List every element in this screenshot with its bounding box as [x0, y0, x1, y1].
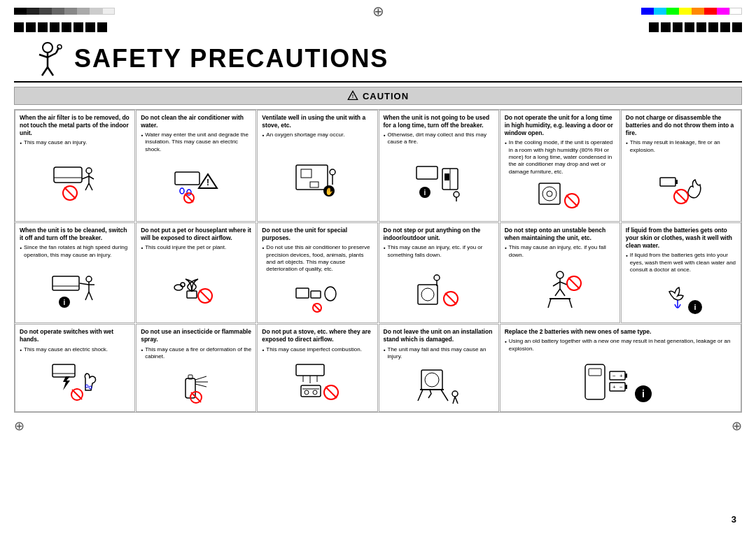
cell-battery-fire: Do not charge or disassemble the batteri…: [621, 110, 741, 222]
cell-9-image: [262, 278, 372, 317]
svg-text:i: i: [642, 388, 645, 399]
cell-13-title: Do not operate switches with wet hands.: [20, 328, 130, 343]
svg-point-12: [86, 168, 92, 173]
cell-breaker: When the unit is not going to be used fo…: [379, 110, 499, 222]
svg-point-30: [330, 169, 335, 175]
svg-rect-51: [52, 276, 79, 290]
cell-air-filter: When the air filter is to be removed, do…: [15, 110, 135, 222]
svg-rect-66: [296, 288, 309, 298]
svg-text:✋: ✋: [325, 187, 334, 196]
crosshair-bottom-left: ⊕: [14, 418, 24, 434]
svg-point-113: [425, 373, 439, 387]
svg-rect-123: [625, 374, 627, 378]
bottom-bar: ⊕ 3 ⊕: [0, 415, 756, 436]
svg-text:−: −: [620, 384, 623, 390]
cell-13-image: [20, 357, 130, 405]
svg-text:!: !: [352, 93, 354, 99]
caution-label: CAUTION: [363, 91, 409, 101]
cell-2-title: Do not clean the air conditioner with wa…: [141, 114, 251, 129]
cell-5-title: Do not operate the unit for a long time …: [505, 114, 615, 137]
cell-7-image: i: [20, 263, 130, 316]
svg-rect-47: [660, 178, 676, 186]
svg-marker-93: [63, 376, 70, 390]
svg-point-73: [434, 275, 440, 280]
svg-rect-106: [301, 385, 321, 397]
cell-17-bullet: Using an old battery together with a new…: [505, 338, 736, 353]
page-number: 3: [732, 514, 736, 525]
svg-line-16: [85, 183, 89, 190]
cell-ventilate: Ventilate well in using the unit with a …: [257, 110, 377, 222]
svg-line-46: [566, 195, 578, 206]
page-title: SAFETY PRECAUTIONS: [74, 44, 388, 73]
svg-text:i: i: [64, 299, 66, 306]
svg-point-72: [421, 288, 434, 301]
svg-line-87: [568, 278, 580, 289]
cell-6-bullet: This may result in leakage, fire or an e…: [626, 139, 736, 154]
svg-line-2: [39, 55, 48, 57]
cell-5-image: [505, 180, 615, 215]
svg-text:i: i: [424, 189, 426, 197]
cell-4-bullet: Otherwise, dirt may collect and this may…: [384, 132, 494, 146]
cell-12-image: i: [626, 278, 736, 316]
cell-15-image: [262, 357, 372, 405]
cell-battery-liquid: If liquid from the batteries gets onto y…: [621, 222, 741, 323]
cell-6-image: [626, 158, 736, 215]
cell-8-title: Do not put a pet or houseplant where it …: [141, 227, 251, 242]
svg-line-15: [89, 176, 94, 179]
svg-rect-20: [175, 172, 200, 185]
cell-1-bullet: This may cause an injury.: [20, 139, 130, 146]
svg-line-82: [560, 289, 565, 296]
cell-10-title: Do not step or put anything on the indoo…: [384, 227, 494, 242]
cell-3-image: ✋: [262, 143, 372, 215]
svg-line-84: [548, 299, 551, 308]
svg-line-19: [64, 187, 76, 199]
svg-line-81: [555, 289, 560, 296]
svg-text:!: !: [206, 178, 209, 187]
cell-14-image: [141, 364, 251, 405]
cell-2-image: !: [141, 157, 251, 215]
svg-point-21: [180, 188, 184, 194]
cell-3-title: Ventilate well in using the unit with a …: [262, 114, 372, 129]
cell-7-bullet: Since the fan rotates at high speed duri…: [20, 244, 130, 259]
crosshair-top: ⊕: [372, 3, 384, 20]
cell-1-image: [20, 151, 130, 215]
cell-no-spray: Do not use an insecticide or flammable s…: [136, 324, 256, 412]
svg-line-116: [441, 390, 448, 401]
svg-line-97: [72, 390, 82, 399]
svg-text:+: +: [620, 373, 623, 379]
svg-line-79: [553, 282, 560, 286]
svg-line-100: [195, 376, 206, 380]
svg-line-5: [48, 67, 53, 76]
cell-16-image: [384, 364, 494, 405]
svg-rect-28: [301, 169, 312, 178]
cell-no-special: Do not use the unit for special purposes…: [257, 222, 377, 323]
svg-line-17: [89, 183, 92, 190]
svg-rect-34: [416, 166, 438, 179]
cell-17-image: − + + − i: [505, 357, 736, 405]
crosshair-bottom-right: ⊕: [732, 418, 742, 434]
cell-16-title: Do not leave the unit on an installation…: [384, 328, 494, 343]
cell-11-title: Do not step onto an unstable bench when …: [505, 227, 615, 242]
cell-replace-battery: Replace the 2 batteries with new ones of…: [500, 324, 741, 412]
svg-line-70: [314, 304, 321, 311]
svg-line-14: [82, 176, 89, 179]
svg-line-58: [89, 292, 92, 300]
cell-4-image: i: [384, 150, 494, 215]
svg-rect-125: [625, 385, 627, 389]
cell-10-bullet: This may cause an injury, etc. if you or…: [384, 244, 494, 259]
cell-no-water: Do not clean the air conditioner with wa…: [136, 110, 256, 222]
svg-line-76: [445, 293, 456, 304]
cell-16-bullet: The unit may fall and this may cause an …: [384, 346, 494, 361]
svg-rect-91: [52, 364, 75, 377]
svg-line-57: [85, 292, 89, 300]
svg-point-117: [452, 391, 458, 397]
svg-rect-37: [444, 173, 449, 180]
svg-line-119: [455, 397, 458, 404]
cell-9-title: Do not use the unit for special purposes…: [262, 227, 372, 242]
svg-line-50: [676, 191, 687, 202]
cell-6-title: Do not charge or disassemble the batteri…: [626, 114, 736, 137]
svg-point-77: [556, 271, 564, 278]
svg-rect-61: [187, 291, 197, 298]
svg-rect-29: [310, 182, 318, 187]
svg-line-3: [48, 53, 56, 57]
